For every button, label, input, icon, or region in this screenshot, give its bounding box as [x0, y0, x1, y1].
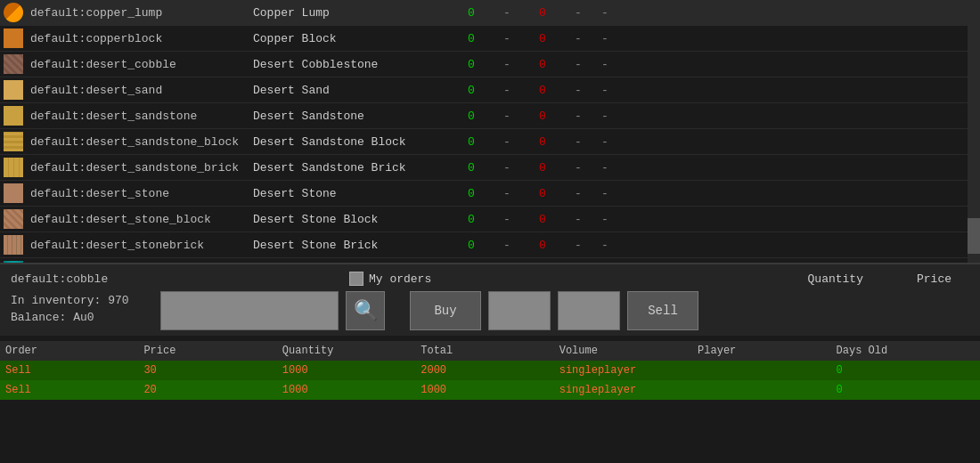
- item-dash-1: -: [494, 58, 520, 71]
- quantity-label: Quantity: [808, 272, 863, 286]
- list-item[interactable]: default:desert_cobbleDesert Cobblestone0…: [0, 52, 980, 77]
- item-icon: [4, 183, 23, 203]
- item-name: Copper Block: [253, 32, 449, 45]
- price-input[interactable]: [558, 291, 620, 330]
- item-name: Desert Stone: [253, 187, 449, 200]
- orders-column-header: Order: [5, 345, 143, 357]
- item-dash-1: -: [494, 32, 520, 45]
- item-name: Desert Sand: [253, 84, 449, 97]
- item-name: Desert Cobblestone: [253, 58, 449, 71]
- search-box[interactable]: [160, 291, 339, 330]
- item-icon: [4, 28, 23, 48]
- item-id: default:desert_sand: [30, 84, 253, 97]
- item-value-red: 0: [520, 6, 565, 20]
- bottom-panel: default:cobble My orders Quantity Price …: [0, 263, 980, 336]
- table-row[interactable]: Sell3010002000singleplayer0: [0, 361, 980, 380]
- sell-button[interactable]: Sell: [627, 291, 698, 330]
- item-icon: [4, 158, 23, 177]
- order-cell: 0: [837, 384, 975, 396]
- item-dash-2: -: [565, 110, 592, 123]
- item-value-green: 0: [449, 213, 494, 226]
- item-dash-2: -: [565, 239, 592, 252]
- item-value-red: 0: [520, 110, 565, 123]
- order-cell: 0: [837, 364, 975, 377]
- scrollbar-track[interactable]: [968, 0, 980, 263]
- item-dash-1: -: [494, 84, 520, 97]
- list-item[interactable]: default:desert_sandstone_blockDesert San…: [0, 129, 980, 155]
- item-dash-3: -: [592, 213, 618, 226]
- table-row[interactable]: Sell2010001000singleplayer0: [0, 380, 980, 400]
- item-id: default:copperblock: [30, 32, 253, 45]
- item-dash-1: -: [494, 239, 520, 252]
- buy-button[interactable]: Buy: [410, 291, 481, 330]
- item-dash-3: -: [592, 239, 618, 252]
- list-item[interactable]: default:copperblockCopper Block0-0--: [0, 26, 980, 52]
- order-cell: Sell: [5, 364, 143, 377]
- item-dash-3: -: [592, 58, 618, 71]
- item-dash-3: -: [592, 84, 618, 97]
- item-name: Desert Sandstone: [253, 110, 449, 123]
- selected-item-id: default:cobble: [11, 272, 189, 286]
- item-dash-1: -: [494, 6, 520, 20]
- item-dash-3: -: [592, 6, 618, 20]
- scrollbar-thumb[interactable]: [968, 218, 980, 254]
- item-value-green: 0: [449, 58, 494, 71]
- item-dash-1: -: [494, 187, 520, 200]
- list-item[interactable]: default:desert_stoneDesert Stone0-0--: [0, 181, 980, 207]
- item-value-red: 0: [520, 213, 565, 226]
- item-icon: [4, 3, 23, 22]
- item-icon: [4, 54, 23, 74]
- list-item[interactable]: default:desert_sandstoneDesert Sandstone…: [0, 103, 980, 129]
- item-value-green: 0: [449, 6, 494, 20]
- item-dash-2: -: [565, 161, 592, 175]
- list-item[interactable]: default:desert_stonebrickDesert Stone Br…: [0, 232, 980, 258]
- orders-column-header: Volume: [559, 345, 698, 357]
- item-dash-1: -: [494, 213, 520, 226]
- orders-column-header: Quantity: [282, 345, 421, 357]
- item-id: default:desert_sandstone_block: [30, 135, 253, 149]
- list-item[interactable]: default:desert_stone_blockDesert Stone B…: [0, 207, 980, 232]
- list-item[interactable]: default:copper_lumpCopper Lump0-0--: [0, 0, 980, 26]
- quantity-input[interactable]: [488, 291, 551, 330]
- item-value-green: 0: [449, 32, 494, 45]
- orders-column-header: Total: [421, 345, 559, 357]
- item-icon: [4, 132, 23, 151]
- item-value-green: 0: [449, 84, 494, 97]
- item-id: default:desert_stone_block: [30, 213, 253, 226]
- item-dash-2: -: [565, 58, 592, 71]
- price-label: Price: [917, 272, 951, 286]
- order-cell: Sell: [5, 384, 143, 396]
- item-value-red: 0: [520, 32, 565, 45]
- item-id: default:desert_sandstone: [30, 110, 253, 123]
- item-value-red: 0: [520, 161, 565, 175]
- my-orders-checkbox[interactable]: [349, 272, 363, 286]
- item-value-green: 0: [449, 110, 494, 123]
- item-value-red: 0: [520, 239, 565, 252]
- item-dash-3: -: [592, 32, 618, 45]
- item-name: Desert Stone Block: [253, 213, 449, 226]
- item-name: Desert Sandstone Block: [253, 135, 449, 149]
- item-id: default:desert_sandstone_brick: [30, 161, 253, 175]
- item-id: default:desert_cobble: [30, 58, 253, 71]
- item-value-green: 0: [449, 135, 494, 149]
- item-icon: [4, 261, 23, 263]
- search-button[interactable]: 🔍: [346, 291, 385, 330]
- order-cell: 20: [143, 384, 282, 396]
- item-icon: [4, 209, 23, 229]
- order-cell: 30: [143, 364, 282, 377]
- order-cell: [698, 384, 836, 396]
- item-dash-3: -: [592, 161, 618, 175]
- list-item[interactable]: default:desert_sandDesert Sand0-0--: [0, 77, 980, 103]
- orders-section: OrderPriceQuantityTotalVolumePlayerDays …: [0, 341, 980, 400]
- item-name: Desert Sandstone Brick: [253, 161, 449, 175]
- order-cell: singleplayer: [559, 384, 698, 396]
- item-name: Copper Lump: [253, 6, 449, 20]
- orders-column-header: Price: [143, 345, 282, 357]
- item-dash-1: -: [494, 110, 520, 123]
- order-cell: 1000: [421, 384, 559, 396]
- list-item[interactable]: default:diamondDiamond0-0--: [0, 258, 980, 263]
- item-id: default:desert_stonebrick: [30, 239, 253, 252]
- list-item[interactable]: default:desert_sandstone_brickDesert San…: [0, 155, 980, 181]
- item-id: default:copper_lump: [30, 6, 253, 20]
- item-dash-3: -: [592, 135, 618, 149]
